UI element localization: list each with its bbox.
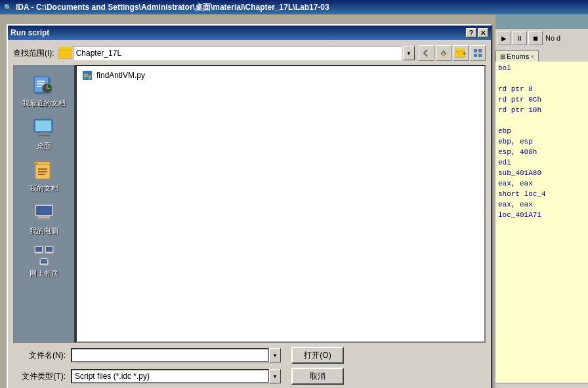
sidebar-label-network: 网上邻居 [30, 269, 58, 279]
svg-rect-12 [37, 81, 45, 82]
ida-side-panel: ▶ ⏸ ⏹ No d ⊞ Enums × bol rd ptr 8 rd ptr… [495, 29, 588, 388]
sidebar: 我最近的文档 桌面 [13, 65, 75, 343]
code-line-13: eax, eax [498, 199, 585, 210]
svg-rect-23 [38, 174, 45, 175]
sidebar-label-computer: 我的电脑 [30, 226, 58, 236]
code-line-12: short loc_4 [498, 189, 585, 199]
svg-rect-14 [37, 86, 42, 87]
ida-tabs: ⊞ Enums × [495, 47, 588, 62]
code-line-9: edi [498, 157, 585, 168]
filename-dropdown-btn[interactable]: ▼ [269, 348, 281, 362]
folder-icon [58, 47, 72, 60]
filetype-combo: Script files (*.idc *.py) ▼ [71, 369, 281, 383]
ida-bottom-status: 2 offset $ubK [495, 383, 588, 388]
code-line-5 [498, 115, 585, 126]
browser-area: 我最近的文档 桌面 [13, 65, 486, 343]
stop-btn[interactable]: ⏹ [528, 31, 543, 45]
code-line-1 [498, 73, 585, 84]
filetype-display: Script files (*.idc *.py) [71, 369, 269, 383]
recent-icon [32, 73, 56, 97]
current-folder-text: Chapter_17L [76, 48, 121, 58]
code-line-7: ebp, esp [498, 136, 585, 147]
open-cancel-buttons: 打开(O) [291, 347, 344, 364]
ida-titlebar: 🔍 IDA - C:\Documents and Settings\Admini… [0, 0, 588, 14]
dialog-titlebar-buttons: ? ✕ [466, 28, 488, 37]
ida-code-area: bol rd ptr 8 rd ptr 0Ch rd ptr 10h ebp e… [495, 62, 588, 383]
filetype-label: 文件类型(T): [13, 371, 66, 382]
sidebar-item-network[interactable]: 网上邻居 [18, 241, 70, 281]
sidebar-item-computer[interactable]: 我的电脑 [18, 199, 70, 239]
view-btn[interactable] [470, 45, 486, 61]
open-button[interactable]: 打开(O) [291, 347, 344, 364]
svg-rect-8 [474, 54, 477, 57]
search-path-row: 查找范围(I): Chapter_17L ▼ [13, 45, 486, 61]
code-line-8: esp, 408h [498, 147, 585, 157]
sidebar-item-desktop[interactable]: 桌面 [18, 113, 70, 153]
ida-icon: 🔍 [3, 2, 13, 12]
play-btn[interactable]: ▶ [497, 31, 511, 45]
filetype-row: 文件类型(T): Script files (*.idc *.py) ▼ 取消 [13, 368, 486, 385]
sidebar-item-recent[interactable]: 我最近的文档 [18, 71, 70, 111]
dialog-content: 查找范围(I): Chapter_17L ▼ [8, 40, 491, 388]
dialog-title: Run script [10, 28, 49, 37]
file-list[interactable]: Py findAntiVM.py [75, 65, 486, 343]
sidebar-label-recent: 我最近的文档 [22, 98, 66, 108]
enums-tab[interactable]: ⊞ Enums × [495, 50, 539, 62]
back-btn[interactable] [419, 45, 434, 61]
file-item-findantivm[interactable]: Py findAntiVM.py [79, 69, 482, 82]
pause-btn[interactable]: ⏸ [513, 31, 527, 45]
search-path-label: 查找范围(I): [13, 48, 54, 59]
svg-rect-3 [442, 54, 445, 56]
folder-dropdown-btn[interactable]: ▼ [403, 46, 415, 60]
filename-row: 文件名(N): ▼ 打开(O) [13, 347, 486, 364]
ida-toolbar: ▶ ⏸ ⏹ No d [495, 29, 588, 47]
folder-combo: Chapter_17L ▼ [58, 46, 415, 60]
svg-rect-9 [478, 54, 482, 57]
code-line-3: rd ptr 0Ch [498, 94, 585, 105]
svg-rect-6 [474, 49, 477, 52]
svg-text:Py: Py [84, 73, 91, 79]
svg-rect-31 [46, 247, 52, 252]
sidebar-label-desktop: 桌面 [37, 141, 51, 151]
new-folder-btn[interactable]: + [453, 45, 469, 61]
filename-input[interactable] [71, 348, 269, 362]
svg-rect-19 [38, 135, 50, 136]
svg-rect-17 [35, 121, 51, 131]
up-btn[interactable] [436, 45, 452, 61]
cancel-button[interactable]: 取消 [291, 368, 344, 385]
code-line-4: rd ptr 10h [498, 105, 585, 115]
dialog-close-button[interactable]: ✕ [478, 28, 488, 37]
code-line-6: ebp [498, 126, 585, 136]
svg-rect-2 [58, 51, 64, 52]
svg-rect-29 [35, 247, 42, 252]
code-line-10: sub_401A80 [498, 168, 585, 178]
code-line-2: rd ptr 8 [498, 84, 585, 94]
bottom-fields: 文件名(N): ▼ 打开(O) 文件类型(T): Script files (*… [13, 347, 486, 385]
current-folder-display: Chapter_17L [73, 46, 402, 60]
enums-tab-close[interactable]: × [530, 53, 534, 60]
enums-tab-label: Enums [507, 52, 529, 60]
code-line-14: loc_401A71 [498, 210, 585, 220]
python-file-icon: Py [82, 70, 93, 81]
svg-rect-13 [37, 83, 45, 85]
filename-combo: ▼ [71, 348, 281, 362]
file-name: findAntiVM.py [96, 71, 145, 80]
computer-icon [32, 201, 56, 225]
svg-rect-26 [38, 216, 50, 218]
sidebar-item-documents[interactable]: 我的文档 [18, 156, 70, 196]
dialog-help-button[interactable]: ? [466, 28, 476, 37]
dialog-titlebar: Run script ? ✕ [8, 26, 491, 40]
filetype-dropdown-btn[interactable]: ▼ [269, 369, 281, 383]
svg-rect-18 [41, 132, 47, 135]
svg-rect-21 [38, 168, 47, 170]
cancel-button-container: 取消 [291, 368, 344, 385]
svg-rect-25 [36, 206, 52, 215]
desktop-icon [32, 116, 56, 140]
svg-text:+: + [463, 50, 466, 56]
enums-tab-icon: ⊞ [500, 53, 505, 60]
run-script-dialog: Run script ? ✕ 查找范围(I): [7, 24, 492, 388]
svg-rect-27 [37, 218, 51, 220]
sidebar-label-documents: 我的文档 [30, 184, 58, 193]
documents-icon [32, 159, 56, 182]
code-line-11: eax, eax [498, 178, 585, 189]
